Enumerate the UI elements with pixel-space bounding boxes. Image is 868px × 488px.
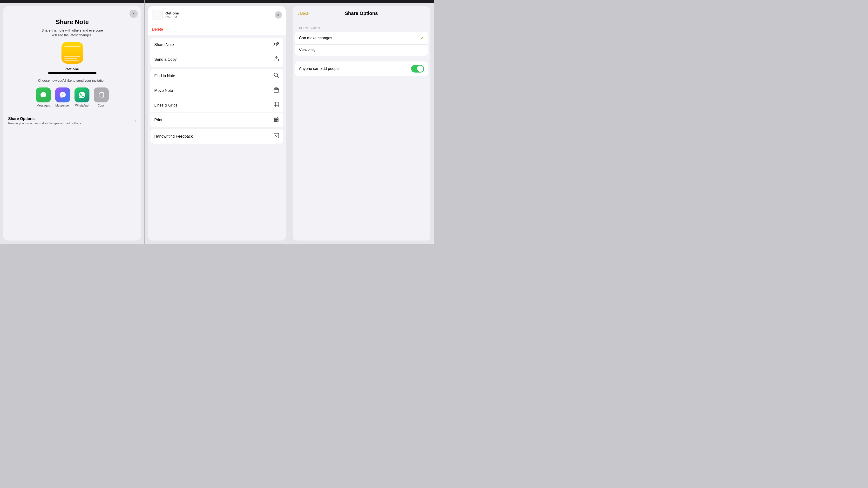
anyone-toggle[interactable]	[411, 65, 424, 72]
svg-rect-5	[274, 59, 278, 61]
messages-label: Messages	[37, 104, 50, 107]
move-note-icon	[273, 87, 279, 94]
svg-point-12	[276, 136, 277, 137]
menu-item-find[interactable]: Find in Note	[151, 69, 283, 84]
options-sheet: ‹ Back Share Options PERMISSION Can make…	[293, 6, 430, 240]
svg-rect-10	[275, 117, 278, 118]
permission-items: Can make changes ✓ View only	[295, 32, 428, 56]
top-bar-3	[289, 0, 434, 3]
app-item-messages[interactable]: Messages	[36, 88, 51, 107]
notes-icon-line-1	[64, 56, 80, 57]
menu-item-handwriting[interactable]: Handwriting Feedback	[151, 129, 283, 143]
find-label: Find in Note	[154, 74, 175, 78]
send-copy-icon	[273, 56, 279, 63]
copy-icon	[94, 88, 109, 102]
apps-row: Messages Messe	[8, 88, 136, 107]
invite-text: Choose how you'd like to send your invit…	[38, 78, 106, 83]
svg-rect-8	[274, 102, 279, 107]
top-bar-2	[145, 0, 289, 3]
share-note-label: Share Note	[154, 43, 174, 47]
menu-sheet: Get one 3:50 PM × Delete Share Note	[148, 6, 286, 240]
menu-item-share-note[interactable]: Share Note	[151, 38, 283, 52]
menu-item-move[interactable]: Move Note	[151, 84, 283, 98]
toggle-thumb	[417, 66, 424, 72]
share-options-panel: ‹ Back Share Options PERMISSION Can make…	[289, 0, 434, 244]
share-note-sheet: × Share Note Share this note with others…	[3, 6, 141, 240]
note-thumbnail	[152, 10, 162, 20]
permission-label: PERMISSION	[295, 23, 428, 32]
close-button-1[interactable]: ×	[129, 10, 138, 18]
menu-note-info: Get one 3:50 PM	[165, 11, 272, 19]
app-item-messenger[interactable]: Messenger	[55, 88, 70, 107]
find-icon	[273, 72, 279, 80]
svg-rect-1	[100, 93, 104, 97]
share-options-title: Share Options	[8, 117, 82, 121]
menu-section-1: Share Note Send a Copy	[151, 38, 283, 67]
anyone-label: Anyone can add people	[299, 66, 340, 71]
handwriting-icon	[273, 133, 279, 140]
print-icon	[273, 116, 279, 124]
permission-can-make-changes[interactable]: Can make changes ✓	[295, 32, 428, 44]
whatsapp-icon	[74, 88, 89, 102]
anyone-section: Anyone can add people	[295, 61, 428, 76]
can-make-changes-label: Can make changes	[299, 36, 332, 40]
back-chevron-icon: ‹	[298, 10, 299, 16]
permission-view-only[interactable]: View only	[295, 44, 428, 56]
share-options-row[interactable]: Share Options People you invite can make…	[8, 113, 136, 128]
app-item-copy[interactable]: Copy	[94, 88, 109, 107]
handwriting-label: Handwriting Feedback	[154, 134, 193, 138]
messenger-icon	[55, 88, 70, 102]
share-note-subtitle: Share this note with others and everyone…	[41, 28, 104, 38]
menu-note-time: 3:50 PM	[165, 15, 272, 19]
menu-note-title: Get one	[165, 11, 272, 15]
move-label: Move Note	[154, 89, 173, 93]
note-progress-bar	[48, 72, 96, 74]
note-name: Get one	[66, 67, 79, 71]
notes-icon-line-2	[64, 58, 77, 59]
menu-item-lines[interactable]: Lines & Grids	[151, 98, 283, 113]
menu-item-print[interactable]: Print	[151, 113, 283, 127]
app-item-whatsapp[interactable]: WhatsApp	[74, 88, 89, 107]
svg-rect-11	[274, 133, 279, 138]
copy-label: Copy	[98, 104, 104, 107]
options-title: Share Options	[311, 10, 411, 16]
options-header: ‹ Back Share Options	[293, 6, 430, 21]
whatsapp-label: WhatsApp	[75, 104, 89, 107]
lines-label: Lines & Grids	[154, 103, 178, 107]
anyone-row: Anyone can add people	[295, 61, 428, 76]
share-note-title: Share Note	[56, 18, 89, 26]
menu-section-last: Handwriting Feedback	[151, 129, 283, 143]
lines-grids-icon	[273, 101, 279, 109]
notes-app-icon	[61, 42, 83, 64]
checkmark-icon: ✓	[420, 35, 424, 41]
share-note-icon	[273, 41, 279, 49]
chevron-right-icon: ›	[135, 118, 136, 123]
messages-icon	[36, 88, 51, 102]
menu-item-send-copy[interactable]: Send a Copy	[151, 52, 283, 67]
messenger-label: Messenger	[56, 104, 70, 107]
notes-icon-lines	[64, 56, 80, 61]
top-bar-1	[0, 0, 145, 3]
back-button[interactable]: ‹ Back	[298, 10, 309, 16]
menu-header: Get one 3:50 PM ×	[148, 6, 286, 24]
permission-section: PERMISSION Can make changes ✓ View only	[295, 23, 428, 56]
notes-icon-line-3	[64, 60, 79, 61]
back-label: Back	[300, 11, 309, 16]
spacer	[293, 56, 430, 61]
delete-button[interactable]: Delete	[152, 27, 163, 32]
share-options-sub: People you invite can make changes and a…	[8, 122, 82, 125]
menu-panel: Get one 3:50 PM × Delete Share Note	[145, 0, 289, 244]
share-note-panel: × Share Note Share this note with others…	[0, 0, 145, 244]
close-button-2[interactable]: ×	[275, 11, 282, 19]
print-label: Print	[154, 118, 162, 122]
menu-section-2: Find in Note Move Note	[151, 69, 283, 127]
view-only-label: View only	[299, 48, 315, 52]
share-options-left: Share Options People you invite can make…	[8, 117, 82, 125]
send-copy-label: Send a Copy	[154, 57, 177, 62]
delete-section: Delete	[148, 24, 286, 35]
